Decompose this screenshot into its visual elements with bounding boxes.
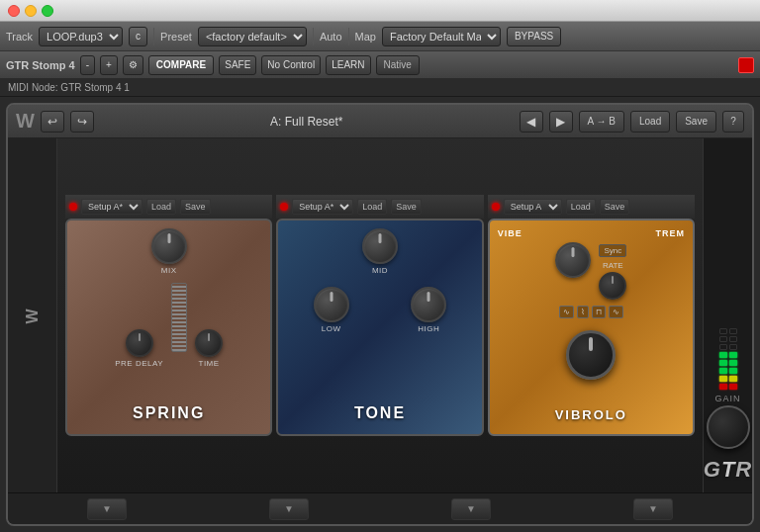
arrow-btn-2[interactable]: ▼ — [269, 498, 309, 520]
spring-led — [69, 203, 77, 211]
safe-button[interactable]: SAFE — [219, 55, 256, 75]
redo-button[interactable]: ↪ — [70, 111, 94, 133]
vibe-knob[interactable] — [555, 242, 591, 278]
vu-led-g3 — [719, 360, 727, 366]
spring-bottom-row: PRE DELAY TIME — [71, 283, 266, 368]
map-select[interactable]: Factory Default Map — [382, 27, 501, 46]
spring-save-btn[interactable]: Save — [180, 199, 211, 215]
vu-led-row-green-1 — [719, 368, 737, 374]
sync-box: Sync — [599, 244, 626, 257]
plus-button[interactable]: + — [100, 55, 118, 75]
separator — [153, 28, 154, 45]
tone-pedal: MID LOW HIGH — [276, 219, 483, 436]
gtr-logo: GTR — [704, 457, 752, 483]
wave-selector: ∿ ⌇ ⊓ ∿ — [498, 306, 685, 318]
bypass-button[interactable]: BYPASS — [507, 27, 561, 46]
vu-led-row-green-4 — [719, 344, 737, 350]
compare-button[interactable]: COMPARE — [148, 55, 214, 75]
preset-label: Preset — [160, 31, 192, 43]
undo-button[interactable]: ↩ — [41, 111, 64, 133]
high-knob[interactable] — [411, 287, 446, 322]
vibrolo-pedal-header: Setup A Load Save — [488, 195, 695, 219]
toolbar-1: Track LOOP.dup3 c Preset <factory defaul… — [0, 22, 760, 51]
spring-pedal: MIX PRE DELAY — [65, 219, 272, 436]
vu-led-y2 — [729, 376, 737, 382]
vibrolo-save-btn[interactable]: Save — [600, 199, 630, 215]
maximize-button[interactable] — [42, 5, 53, 17]
vibrolo-pedal-slot: Setup A Load Save VIBE TREM — [488, 195, 695, 436]
plugin-save-button[interactable]: Save — [676, 111, 716, 133]
vibe-label: VIBE — [498, 228, 522, 238]
time-knob[interactable] — [195, 329, 223, 357]
pre-delay-knob-container: PRE DELAY — [115, 329, 163, 368]
rate-knob[interactable] — [599, 272, 626, 300]
wave-btn-2[interactable]: ⌇ — [577, 306, 589, 318]
vu-led-g4 — [729, 360, 737, 366]
wave-btn-4[interactable]: ∿ — [609, 306, 623, 318]
rate-label: RATE — [603, 261, 623, 270]
gain-knob[interactable] — [707, 405, 750, 449]
arrow-btn-1[interactable]: ▼ — [87, 498, 127, 520]
gain-label: GAIN — [714, 394, 740, 403]
ab-button[interactable]: A → B — [579, 111, 624, 133]
track-ch-button[interactable]: c — [129, 27, 147, 46]
vibrolo-main-knob[interactable] — [566, 330, 616, 380]
native-button[interactable]: Native — [376, 55, 420, 75]
spring-pedal-header: Setup A* Load Save — [65, 195, 272, 219]
prev-preset-button[interactable]: ◀ — [520, 111, 543, 133]
pedals-area: Setup A* Load Save MIX — [57, 138, 703, 492]
stomp-name: GTR Stomp 4 — [6, 59, 75, 71]
mix-knob[interactable] — [151, 228, 187, 264]
pre-delay-knob[interactable] — [126, 329, 153, 357]
vu-led-g1 — [719, 368, 727, 374]
mid-label: MID — [372, 266, 388, 275]
toolbar-2: GTR Stomp 4 - + ⚙ COMPARE SAFE No Contro… — [0, 51, 760, 79]
arrow-btn-3[interactable]: ▼ — [451, 498, 491, 520]
time-label: TIME — [199, 359, 220, 368]
high-knob-container: HIGH — [411, 287, 446, 333]
low-label: LOW — [322, 324, 341, 333]
minimize-button[interactable] — [25, 5, 37, 17]
high-label: HIGH — [418, 324, 439, 333]
vibrolo-load-btn[interactable]: Load — [566, 199, 596, 215]
plugin-load-button[interactable]: Load — [630, 111, 670, 133]
midi-text: MIDI Node: GTR Stomp 4 1 — [8, 82, 130, 93]
no-control-button[interactable]: No Control — [261, 55, 321, 75]
minus-button[interactable]: - — [80, 55, 95, 75]
tone-save-btn[interactable]: Save — [391, 199, 422, 215]
auto-label: Auto — [320, 31, 342, 43]
preset-select[interactable]: <factory default> — [198, 27, 307, 46]
vibrolo-setup-select[interactable]: Setup A — [504, 199, 562, 215]
wave-btn-1[interactable]: ∿ — [559, 306, 574, 318]
low-knob[interactable] — [314, 287, 349, 322]
plugin-frame: W ↩ ↪ A: Full Reset* ◀ ▶ A → B Load Save… — [6, 103, 754, 526]
track-select[interactable]: LOOP.dup3 — [39, 27, 123, 46]
mid-knob[interactable] — [362, 228, 398, 264]
vibrolo-pedal: VIBE TREM Sync RATE — [488, 219, 695, 436]
settings-button[interactable]: ⚙ — [123, 55, 143, 75]
arrow-btn-4[interactable]: ▼ — [633, 498, 673, 520]
plugin-help-button[interactable]: ? — [722, 111, 744, 133]
tone-led — [280, 203, 288, 211]
learn-button[interactable]: LEARN — [326, 55, 370, 75]
next-preset-button[interactable]: ▶ — [549, 111, 573, 133]
vibrolo-name: VIBROLO — [555, 407, 627, 422]
plugin-content: W Setup A* Load Save — [8, 138, 752, 492]
spring-setup-select[interactable]: Setup A* — [81, 199, 142, 215]
close-button[interactable] — [8, 5, 20, 17]
gtr-t: T — [721, 457, 735, 482]
trem-label: TREM — [655, 228, 685, 238]
separator — [348, 28, 349, 45]
tone-load-btn[interactable]: Load — [357, 199, 387, 215]
gtr-r: R — [735, 457, 752, 482]
wave-btn-3[interactable]: ⊓ — [592, 306, 606, 318]
vu-led-row-green-6 — [719, 328, 737, 334]
left-panel: W — [8, 138, 57, 492]
tone-setup-select[interactable]: Setup A* — [292, 199, 353, 215]
vu-led-off4 — [729, 336, 737, 342]
tone-controls: MID LOW HIGH — [282, 228, 477, 333]
vu-leds — [719, 148, 737, 390]
track-label: Track — [6, 31, 33, 43]
spring-load-btn[interactable]: Load — [146, 199, 176, 215]
tone-pedal-slot: Setup A* Load Save MID — [276, 195, 483, 436]
